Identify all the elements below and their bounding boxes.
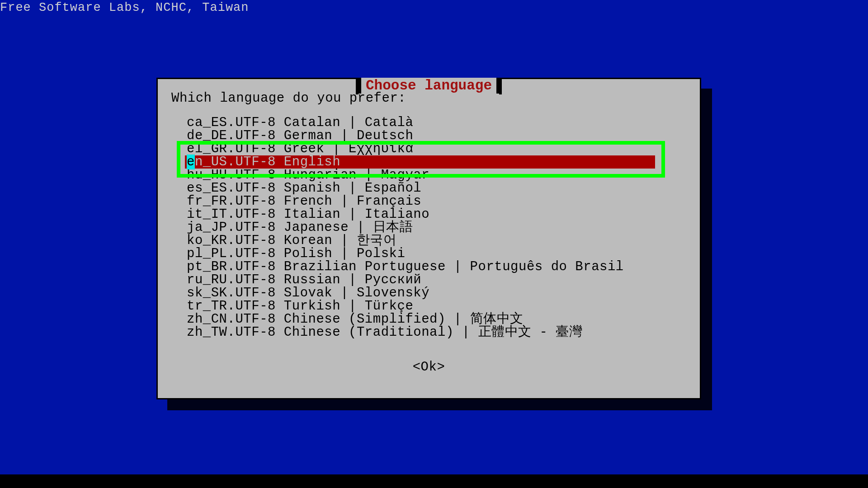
- choose-language-dialog: Choose language Which language do you pr…: [156, 78, 701, 399]
- language-option[interactable]: el_GR.UTF-8 Greek | Εχχηυικά: [185, 142, 655, 155]
- language-option[interactable]: fr_FR.UTF-8 French | Français: [185, 195, 655, 208]
- language-option[interactable]: it_IT.UTF-8 Italian | Italiano: [185, 208, 655, 221]
- ok-button[interactable]: <Ok>: [158, 360, 700, 375]
- header-text: Free Software Labs, NCHC, Taiwan: [0, 1, 249, 14]
- language-list[interactable]: ca_ES.UTF-8 Catalan | Catalàde_DE.UTF-8 …: [185, 116, 655, 339]
- title-border-right: [499, 81, 502, 94]
- language-option[interactable]: sk_SK.UTF-8 Slovak | Slovenský: [185, 286, 655, 300]
- language-option[interactable]: pt_BR.UTF-8 Brazilian Portuguese | Portu…: [185, 260, 655, 273]
- language-option[interactable]: ko_KR.UTF-8 Korean | 한국어: [185, 234, 655, 247]
- language-option[interactable]: en_US.UTF-8 English: [185, 155, 655, 169]
- dialog-prompt: Which language do you prefer:: [171, 91, 406, 106]
- language-option[interactable]: zh_CN.UTF-8 Chinese (Simplified) | 简体中文: [185, 313, 655, 326]
- language-option[interactable]: ja_JP.UTF-8 Japanese | 日本語: [185, 221, 655, 234]
- language-option[interactable]: ca_ES.UTF-8 Catalan | Català: [185, 116, 655, 129]
- language-option[interactable]: ru_RU.UTF-8 Russian | Русский: [185, 273, 655, 286]
- language-option[interactable]: hu_HU.UTF-8 Hungarian | Magyar: [185, 169, 655, 182]
- language-option[interactable]: de_DE.UTF-8 German | Deutsch: [185, 129, 655, 142]
- language-option[interactable]: pl_PL.UTF-8 Polish | Polski: [185, 247, 655, 260]
- language-option[interactable]: zh_TW.UTF-8 Chinese (Traditional) | 正體中文…: [185, 326, 655, 339]
- language-option[interactable]: es_ES.UTF-8 Spanish | Español: [185, 182, 655, 195]
- language-option[interactable]: tr_TR.UTF-8 Turkish | Türkçe: [185, 300, 655, 313]
- terminal-screen: Free Software Labs, NCHC, Taiwan Choose …: [0, 0, 868, 474]
